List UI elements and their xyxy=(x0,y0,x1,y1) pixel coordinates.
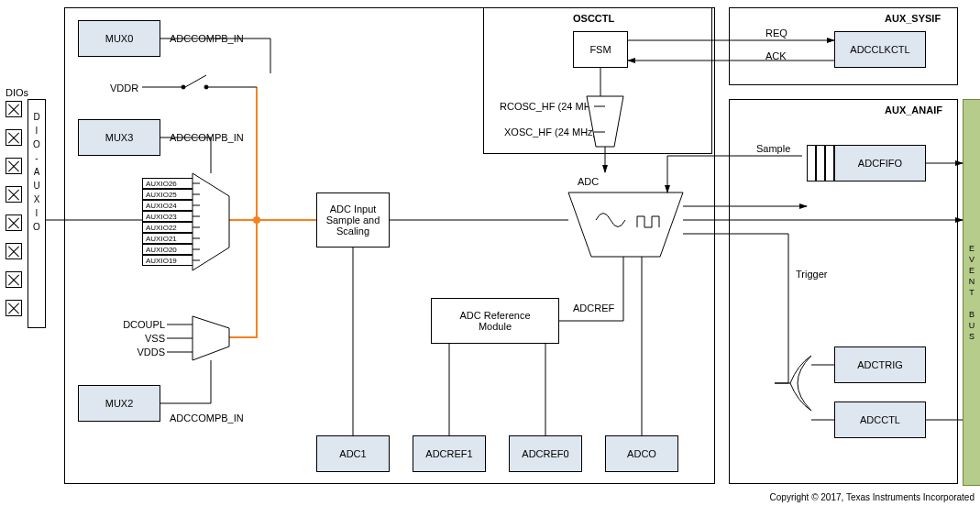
dio-auxio-vlabel: D I O - A U X I O xyxy=(31,110,42,234)
adcclkctl-block: ADCCLKCTL xyxy=(834,31,926,68)
dio-pad-icon xyxy=(6,271,22,288)
mux0-block: MUX0 xyxy=(78,20,160,57)
auxio-row: AUXIO26 xyxy=(142,178,193,189)
mux3-block: MUX3 xyxy=(78,119,160,156)
dio-pad-icon xyxy=(6,214,22,231)
auxio-row: AUXIO25 xyxy=(142,189,193,200)
adcref-label: ADCREF xyxy=(573,302,614,314)
auxio-row: AUXIO22 xyxy=(142,222,193,233)
adc-label: ADC xyxy=(578,176,599,187)
fifo-stage xyxy=(807,145,816,182)
adc1-block: ADC1 xyxy=(316,435,390,472)
trigger-label: Trigger xyxy=(796,269,827,280)
dcoupl-label: DCOUPL xyxy=(110,319,165,330)
auxio-row: AUXIO21 xyxy=(142,233,193,244)
auxio-row: AUXIO24 xyxy=(142,200,193,211)
adccompb-in-2: ADCCOMPB_IN xyxy=(170,132,244,143)
rcosc-label: RCOSC_HF (24 MHz) xyxy=(500,101,600,112)
dio-pads xyxy=(6,101,22,316)
fifo-stage xyxy=(816,145,825,182)
dio-pad-icon xyxy=(6,158,22,174)
xosc-label: XOSC_HF (24 MHz) xyxy=(504,126,596,138)
mux2-block: MUX2 xyxy=(78,385,160,422)
fifo-stage xyxy=(825,145,834,182)
auxio-row: AUXIO23 xyxy=(142,211,193,222)
event-bus: E V E N T B U S xyxy=(963,99,980,486)
vss-label: VSS xyxy=(110,333,165,344)
vddr-label: VDDR xyxy=(110,82,138,94)
auxio-row: AUXIO20 xyxy=(142,244,193,255)
req-label: REQ xyxy=(765,28,787,38)
auxio-row: AUXIO19 xyxy=(142,255,193,266)
dio-pad-icon xyxy=(6,129,22,146)
dio-pad-icon xyxy=(6,101,22,117)
adccompb-in-3: ADCCOMPB_IN xyxy=(170,412,244,424)
dios-label: DIOs xyxy=(6,87,28,98)
copyright: Copyright © 2017, Texas Instruments Inco… xyxy=(770,492,974,502)
vdds-label: VDDS xyxy=(110,346,165,358)
adcref1-block: ADCREF1 xyxy=(413,435,486,472)
adc-input-block: ADC Input Sample and Scaling xyxy=(316,192,390,248)
ack-label: ACK xyxy=(765,50,787,61)
dio-pad-icon xyxy=(6,186,22,203)
dio-pad-icon xyxy=(6,243,22,259)
aux-sysif-title: AUX_SYSIF xyxy=(885,13,941,24)
aux-anaif-title: AUX_ANAIF xyxy=(885,104,942,116)
adcfifo-block: ADCFIFO xyxy=(834,145,926,182)
fsm-block: FSM xyxy=(573,31,628,68)
adccompb-in-1: ADCCOMPB_IN xyxy=(170,33,244,44)
sample-label: Sample xyxy=(756,143,790,154)
adcctl-block: ADCCTL xyxy=(834,402,926,438)
adco-block: ADCO xyxy=(605,435,678,472)
dio-pad-icon xyxy=(6,300,22,316)
adcref0-block: ADCREF0 xyxy=(509,435,582,472)
adc-ref-module-block: ADC Reference Module xyxy=(431,298,559,344)
adctrig-block: ADCTRIG xyxy=(834,346,926,383)
oscctl-title: OSCCTL xyxy=(573,13,614,24)
